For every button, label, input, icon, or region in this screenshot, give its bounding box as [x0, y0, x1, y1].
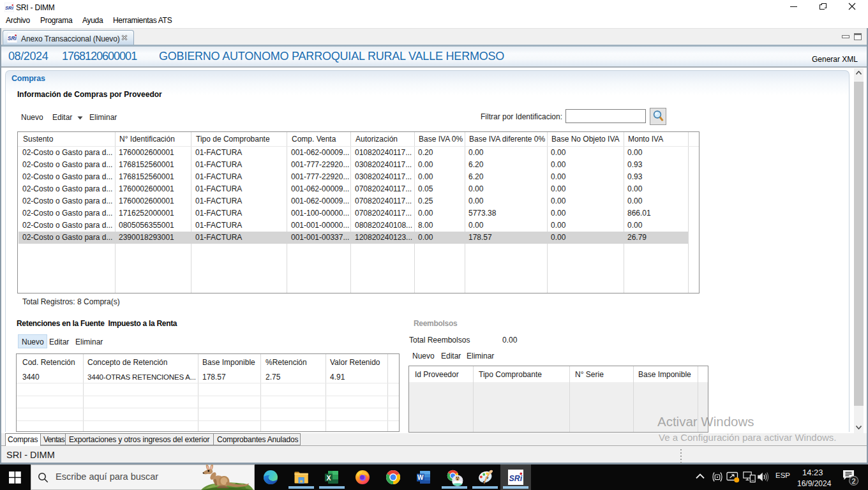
- svg-text:SRi: SRi: [8, 36, 17, 41]
- svg-text:W: W: [417, 474, 424, 481]
- svg-text:X: X: [326, 474, 331, 482]
- svg-text:SRi: SRi: [509, 474, 523, 483]
- svg-text:2: 2: [852, 477, 856, 485]
- svg-text:SRi: SRi: [5, 5, 14, 11]
